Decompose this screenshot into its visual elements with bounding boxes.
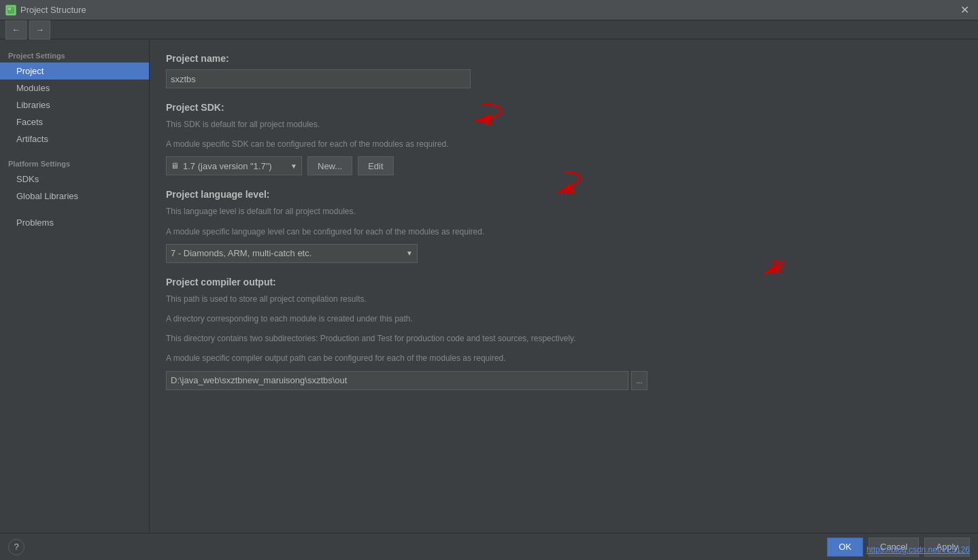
sidebar-item-libraries[interactable]: Libraries bbox=[0, 97, 149, 113]
close-button[interactable]: ✕ bbox=[956, 2, 973, 18]
sdk-desc2: A module specific SDK can be configured … bbox=[166, 138, 962, 151]
edit-sdk-button[interactable]: Edit bbox=[358, 156, 393, 175]
forward-button[interactable]: → bbox=[29, 20, 50, 39]
dialog-footer: ? OK Cancel Apply bbox=[0, 533, 978, 560]
language-level-title: Project language level: bbox=[166, 189, 962, 200]
sidebar-item-sdks[interactable]: SDKs bbox=[0, 171, 149, 188]
svg-rect-1 bbox=[8, 7, 11, 10]
project-name-title: Project name: bbox=[166, 53, 962, 64]
sidebar-item-facets[interactable]: Facets bbox=[0, 113, 149, 130]
back-button[interactable]: ← bbox=[5, 20, 27, 39]
sdk-arrow-icon: ▼ bbox=[290, 162, 297, 170]
compiler-desc3: This directory contains two subdirectori… bbox=[166, 332, 962, 345]
compiler-desc2: A directory corresponding to each module… bbox=[166, 313, 962, 326]
sdk-value: 1.7 (java version "1.7") bbox=[183, 161, 272, 171]
language-desc2: A module specific language level can be … bbox=[166, 226, 962, 239]
compiler-output-input[interactable] bbox=[166, 371, 628, 390]
title-bar: Project Structure ✕ bbox=[0, 0, 978, 20]
new-sdk-button[interactable]: New... bbox=[307, 156, 352, 175]
main-panel: Project name: Project SDK: This SDK is d… bbox=[150, 39, 978, 533]
sidebar: Project Settings Project Modules Librari… bbox=[0, 39, 150, 533]
language-arrow-icon: ▼ bbox=[406, 249, 413, 257]
ok-button[interactable]: OK bbox=[827, 538, 863, 557]
sidebar-item-global-libraries[interactable]: Global Libraries bbox=[0, 188, 149, 205]
compiler-desc4: A module specific compiler output path c… bbox=[166, 352, 962, 365]
project-name-input[interactable] bbox=[166, 69, 471, 88]
language-level-value: 7 - Diamonds, ARM, multi-catch etc. bbox=[171, 248, 311, 258]
sdk-dropdown[interactable]: 🖥 1.7 (java version "1.7") ▼ bbox=[166, 156, 302, 175]
sidebar-item-artifacts[interactable]: Artifacts bbox=[0, 130, 149, 147]
platform-settings-label: Platform Settings bbox=[0, 154, 149, 171]
compiler-desc1: This path is used to store all project c… bbox=[166, 293, 962, 306]
sidebar-item-problems[interactable]: Problems bbox=[0, 214, 149, 231]
help-button[interactable]: ? bbox=[8, 539, 24, 555]
sdk-icon: 🖥 bbox=[171, 161, 179, 171]
watermark-link[interactable]: https://blog.csdn.net/YL3126 bbox=[866, 545, 970, 555]
sdk-row: 🖥 1.7 (java version "1.7") ▼ New... Edit bbox=[166, 156, 962, 175]
dialog-title: Project Structure bbox=[20, 5, 956, 15]
project-sdk-title: Project SDK: bbox=[166, 102, 962, 113]
compiler-output-title: Project compiler output: bbox=[166, 277, 962, 287]
language-desc1: This language level is default for all p… bbox=[166, 205, 962, 218]
browse-button[interactable]: ... bbox=[631, 371, 647, 390]
app-icon bbox=[5, 5, 16, 16]
sidebar-item-project[interactable]: Project bbox=[0, 63, 149, 80]
project-settings-label: Project Settings bbox=[0, 46, 149, 63]
sdk-desc1: This SDK is default for all project modu… bbox=[166, 118, 962, 131]
sidebar-item-modules[interactable]: Modules bbox=[0, 80, 149, 97]
compiler-output-row: ... bbox=[166, 371, 962, 390]
language-level-dropdown[interactable]: 7 - Diamonds, ARM, multi-catch etc. ▼ bbox=[166, 244, 418, 263]
